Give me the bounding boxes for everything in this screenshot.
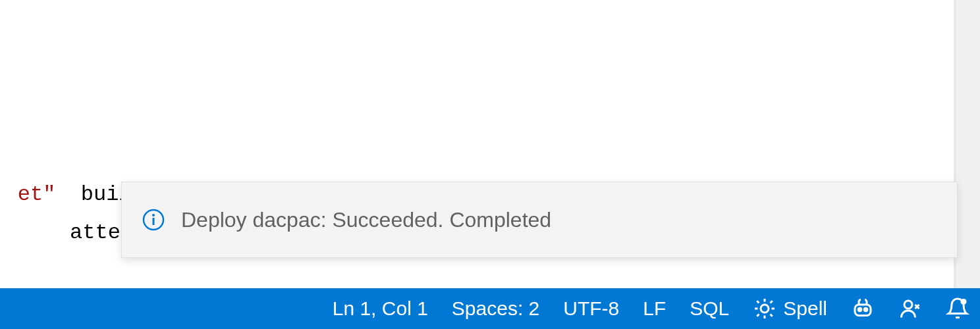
svg-point-5 (858, 308, 861, 311)
status-spell-check[interactable]: Spell (753, 297, 827, 320)
status-copilot[interactable] (851, 297, 875, 320)
status-bar: Ln 1, Col 1 Spaces: 2 UTF-8 LF SQL Spell (0, 288, 980, 329)
svg-point-3 (761, 305, 769, 313)
svg-point-7 (904, 301, 912, 309)
bell-icon (946, 297, 969, 320)
status-language-label: SQL (690, 297, 729, 320)
notification-toast[interactable]: Deploy dacpac: Succeeded. Completed (121, 182, 958, 258)
notification-message: Deploy dacpac: Succeeded. Completed (181, 208, 551, 232)
svg-point-8 (961, 299, 967, 305)
svg-rect-4 (855, 305, 871, 316)
status-spaces-label: Spaces: 2 (452, 297, 539, 320)
status-language[interactable]: SQL (690, 297, 729, 320)
status-cursor-label: Ln 1, Col 1 (333, 297, 428, 320)
status-account[interactable] (898, 297, 922, 320)
status-encoding[interactable]: UTF-8 (563, 297, 619, 320)
person-icon (898, 297, 922, 320)
status-indentation[interactable]: Spaces: 2 (452, 297, 539, 320)
info-icon (142, 208, 165, 232)
status-encoding-label: UTF-8 (563, 297, 619, 320)
status-eol[interactable]: LF (643, 297, 666, 320)
status-spell-label: Spell (783, 297, 827, 320)
copilot-icon (851, 297, 875, 320)
status-cursor-position[interactable]: Ln 1, Col 1 (333, 297, 428, 320)
svg-rect-2 (153, 218, 155, 225)
status-notifications[interactable] (946, 297, 969, 320)
status-eol-label: LF (643, 297, 666, 320)
svg-point-6 (864, 308, 867, 311)
bug-gear-icon (753, 297, 776, 320)
scrollbar-track[interactable] (956, 0, 980, 288)
svg-point-1 (152, 214, 155, 216)
